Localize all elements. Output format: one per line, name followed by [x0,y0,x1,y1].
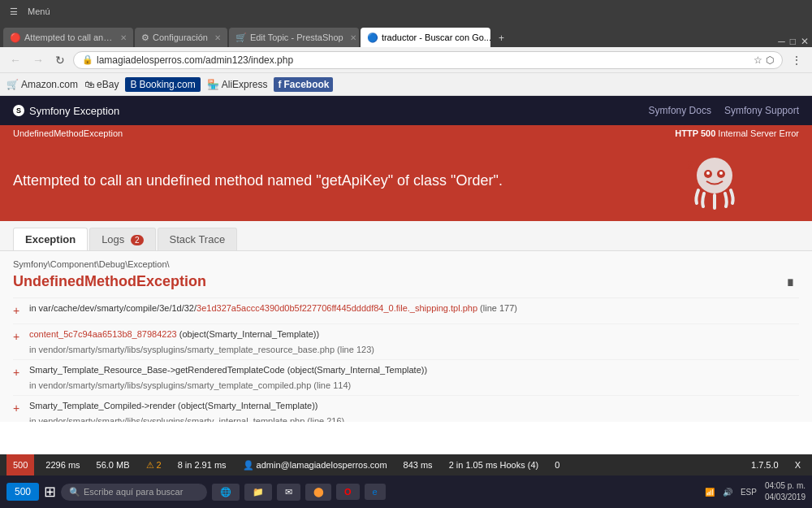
browser-icon: 🌐 [220,487,231,497]
start-button[interactable]: 500 [6,483,39,501]
status-admin: 👤 admin@lamagiadelosperros.com [238,460,392,471]
tab1-favicon: 🔴 [10,33,21,43]
trace-expand-1[interactable]: + [13,304,24,317]
trace-expand-2[interactable]: + [13,330,24,343]
symfony-header-left: S Symfony Exception [13,105,119,117]
collapse-button[interactable]: ∎ [781,272,799,291]
taskbar-edge[interactable]: e [365,484,386,500]
stack-trace-list: + in var/cache/dev/smarty/compile/3e/1d/… [13,298,799,422]
bookmark-booking[interactable]: B Booking.com [125,77,200,92]
back-button[interactable]: ← [6,52,24,68]
tab2-title: Configuración [153,33,208,42]
menu-label[interactable]: Menú [24,5,54,18]
browser-tab-1[interactable]: 🔴 Attempted to call an und... ✕ [3,28,133,47]
browser-tab-3[interactable]: 🛒 Edit Topic - PrestaShop ✕ [229,28,359,47]
tab2-favicon: ⚙ [141,33,149,43]
chrome-icon: ⬤ [313,487,323,497]
minimize-button[interactable]: ─ [778,36,785,47]
trace-expand-3[interactable]: + [13,366,24,379]
http-code: HTTP 500 [675,128,715,138]
tab-exception[interactable]: Exception [13,228,88,250]
url-text: lamagiadelosperros.com/admin123/index.ph… [97,54,293,66]
status-x: X [790,460,806,470]
status-zero: 0 [550,460,564,470]
status-code: 500 [6,454,34,475]
warning-icon: ⚠ [146,460,154,471]
trace-item-2: + content_5c7c94aa6513b8_87984223 (objec… [13,324,799,360]
menu-icon[interactable]: ☰ [6,5,21,19]
tab2-close[interactable]: ✕ [214,33,221,42]
symfony-logo-icon: S [13,105,24,116]
mail-icon: ✉ [285,487,292,497]
admin-icon: 👤 [243,460,254,471]
taskbar-opera[interactable]: O [336,484,360,500]
error-type-bar: UndefinedMethodException HTTP 500 Intern… [0,125,812,141]
bookmark-facebook[interactable]: f Facebook [274,77,333,92]
symfony-docs-link[interactable]: Symfony Docs [649,105,711,116]
trace-item-4: + Smarty_Template_Compiled->render (obje… [13,396,799,422]
bookmark-amazon[interactable]: 🛒 Amazon.com [6,79,78,90]
edge-icon: e [373,487,378,497]
svg-point-0 [697,158,732,193]
windows-taskbar: 500 ⊞ 🔍 Escribe aquí para buscar 🌐 📁 ✉ ⬤… [0,475,812,508]
clock-date: 04/03/2019 [765,492,806,503]
maximize-button[interactable]: □ [790,36,796,47]
trace-expand-4[interactable]: + [13,402,24,415]
taskbar-browser[interactable]: 🌐 [212,484,240,501]
taskbar-search[interactable]: 🔍 Escribe aquí para buscar [61,484,207,501]
url-bar[interactable]: 🔒 lamagiadelosperros.com/admin123/index.… [73,51,783,69]
tab1-close[interactable]: ✕ [120,33,127,42]
search-icon: 🔍 [69,487,80,497]
tab1-title: Attempted to call an und... [24,33,114,42]
tab4-favicon: 🔵 [367,33,378,43]
symfony-support-link[interactable]: Symfony Support [724,105,799,116]
address-bar: ← → ↻ 🔒 lamagiadelosperros.com/admin123/… [0,47,812,73]
http-label: Internal Server Error [718,128,799,138]
browser-controls: ☰ Menú [6,5,54,19]
status-php: 8 in 2.91 ms [173,460,231,470]
status-time1: 2296 ms [41,460,84,470]
clock-time: 04:05 p. m. [765,480,806,492]
browser-tab-2[interactable]: ⚙ Configuración ✕ [135,28,227,47]
svg-point-4 [719,172,723,175]
bookmark-aliexpress[interactable]: 🏪 AliExpress [207,79,268,90]
svg-text:E!: E! [686,159,699,172]
tab-logs[interactable]: Logs 2 [89,228,155,250]
browser-tab-4[interactable]: 🔵 traductor - Buscar con Go... ✕ [361,28,490,47]
logs-badge: 2 [131,235,144,245]
network-icon[interactable]: 📶 [705,488,715,497]
status-version: 1.7.5.0 [746,460,784,470]
taskbar-folder[interactable]: 📁 [244,484,272,501]
taskbar-mail[interactable]: ✉ [277,484,300,501]
opera-icon: O [344,487,352,497]
tab3-close[interactable]: ✕ [350,33,356,42]
error-type-text: UndefinedMethodException [13,128,123,138]
new-tab-button[interactable]: + [492,29,511,47]
symfony-header-title: Symfony Exception [29,105,119,117]
exception-class-heading: UndefinedMethodException ∎ [13,272,799,298]
bookmark-star-icon[interactable]: ☆ [754,54,762,66]
error-message-text: Attempted to call an undefined method na… [13,171,503,191]
symfony-header-right: Symfony Docs Symfony Support [649,105,799,116]
extensions-icon[interactable]: ⬡ [766,54,774,66]
forward-button[interactable]: → [29,52,47,68]
settings-icon[interactable]: ⋮ [788,52,806,68]
status-time2: 843 ms [399,460,438,470]
url-actions: ☆ ⬡ [754,54,774,66]
sound-icon[interactable]: 🔊 [723,488,732,497]
browser-title-bar: ☰ Menú [0,0,812,23]
bookmarks-bar: 🛒 Amazon.com 🛍 eBay B Booking.com 🏪 AliE… [0,73,812,96]
windows-icon[interactable]: ⊞ [44,483,56,501]
bookmark-ebay[interactable]: 🛍 eBay [84,79,119,90]
exception-namespace: Symfony\Component\Debug\Exception\ [13,251,799,272]
close-button[interactable]: ✕ [801,36,809,47]
symfony-status-bar: 500 2296 ms 56.0 MB ⚠ 2 8 in 2.91 ms 👤 a… [0,454,812,475]
taskbar-chrome[interactable]: ⬤ [305,484,331,501]
exception-tabs: Exception Logs 2 Stack Trace [0,221,812,251]
taskbar-right: 📶 🔊 ESP 04:05 p. m. 04/03/2019 [705,480,806,503]
refresh-button[interactable]: ↻ [52,52,68,68]
tab3-title: Edit Topic - PrestaShop [250,33,343,42]
tab-stack-trace[interactable]: Stack Trace [158,228,238,250]
tab4-title: traductor - Buscar con Go... [382,33,490,42]
trace-item-3: + Smarty_Template_Resource_Base->getRend… [13,360,799,396]
